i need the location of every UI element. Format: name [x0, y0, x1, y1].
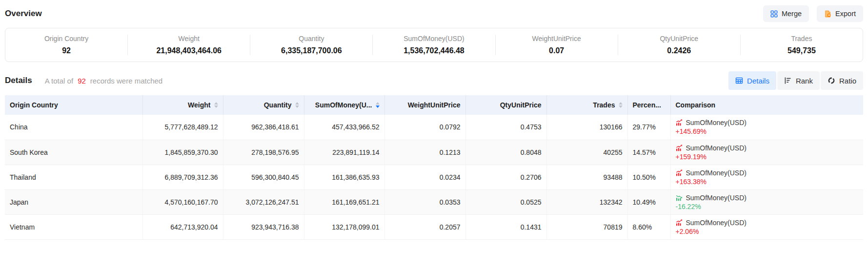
sort-icons[interactable]	[619, 102, 623, 108]
sort-desc-icon[interactable]	[295, 105, 299, 108]
page-title: Overview	[5, 9, 42, 19]
table-body: China5,777,628,489.12962,386,418.61457,4…	[5, 115, 863, 239]
sort-desc-icon[interactable]	[214, 105, 218, 108]
cell-comparison: SumOfMoney(USD)-16.22%	[670, 189, 863, 214]
merge-button[interactable]: Merge	[763, 5, 809, 22]
table-header-row: Origin CountryWeightQuantitySumOfMoney(U…	[5, 95, 863, 115]
view-tab-label: Details	[747, 77, 769, 85]
overview-page: Overview Merge	[0, 0, 868, 240]
stat-weight: Weight21,948,403,464.06	[128, 35, 250, 55]
column-header-weight[interactable]: Weight	[142, 95, 223, 115]
summary-suffix: records were matched	[90, 77, 162, 85]
column-header-qtyunitprice: QtyUnitPrice	[465, 95, 546, 115]
comparison-metric: SumOfMoney(USD)	[686, 169, 747, 176]
sort-icons[interactable]	[295, 102, 299, 108]
stat-qtyunitprice: QtyUnitPrice0.2426	[618, 35, 741, 55]
column-header-origin-country: Origin Country	[5, 95, 142, 115]
table-row-china: China5,777,628,489.12962,386,418.61457,4…	[5, 115, 863, 140]
view-toggle-group: DetailsRankRatio	[728, 71, 863, 90]
comparison-cell: SumOfMoney(USD)+159.19%	[676, 145, 859, 160]
trend-up-icon	[676, 169, 683, 176]
cell-weight-unit-price: 0.1213	[384, 140, 465, 165]
cell-weight: 642,713,920.04	[142, 214, 223, 239]
stat-value: 0.07	[549, 46, 564, 55]
cell-quantity: 923,943,716.38	[223, 214, 304, 239]
cell-percentage: 8.60%	[627, 214, 670, 239]
cell-percentage: 10.50%	[627, 165, 670, 189]
column-label: QtyUnitPrice	[500, 101, 542, 109]
table-row-vietnam: Vietnam642,713,920.04923,943,716.38132,1…	[5, 214, 863, 239]
export-button[interactable]: Export	[817, 5, 863, 22]
cell-quantity: 278,198,576.95	[223, 140, 304, 165]
cell-comparison: SumOfMoney(USD)+163.38%	[670, 165, 863, 189]
view-tab-rank[interactable]: Rank	[777, 71, 820, 90]
cell-qty-unit-price: 0.4753	[465, 115, 546, 140]
stat-label: WeightUnitPrice	[532, 35, 581, 42]
stat-label: Trades	[791, 35, 812, 42]
column-header-sumofmoney-u[interactable]: SumOfMoney(U...	[304, 95, 384, 115]
sort-asc-icon[interactable]	[376, 102, 380, 105]
column-label: Quantity	[264, 101, 292, 109]
stat-value: 92	[62, 46, 71, 55]
cell-weight: 5,777,628,489.12	[142, 115, 223, 140]
column-label: Percen...	[633, 101, 661, 109]
comparison-cell: SumOfMoney(USD)+145.69%	[676, 119, 859, 135]
stat-origin-country: Origin Country92	[5, 35, 128, 55]
column-header-percen: Percen...	[627, 95, 670, 115]
column-header-trades[interactable]: Trades	[546, 95, 627, 115]
rank-bars-icon	[784, 77, 792, 84]
stat-value: 0.2426	[667, 46, 691, 55]
sort-desc-icon[interactable]	[376, 105, 380, 108]
view-tab-ratio[interactable]: Ratio	[821, 71, 863, 90]
cell-trades: 130166	[546, 115, 627, 140]
cell-weight: 6,889,709,312.36	[142, 165, 223, 189]
overview-stats-card: Origin Country92Weight21,948,403,464.06Q…	[5, 28, 863, 62]
table-row-south-korea: South Korea1,845,859,370.30278,198,576.9…	[5, 140, 863, 165]
cell-percentage: 14.57%	[627, 140, 670, 165]
view-tab-details[interactable]: Details	[728, 71, 776, 90]
comparison-change: -16.22%	[676, 203, 859, 210]
record-count: 92	[78, 77, 86, 85]
merge-icon	[770, 10, 778, 18]
column-label: WeightUnitPrice	[408, 101, 461, 109]
table-row-thailand: Thailand6,889,709,312.36596,300,840.4516…	[5, 165, 863, 189]
column-label: Origin Country	[10, 101, 58, 109]
cell-comparison: SumOfMoney(USD)+159.19%	[670, 140, 863, 165]
column-header-quantity[interactable]: Quantity	[223, 95, 304, 115]
cell-qty-unit-price: 0.8048	[465, 140, 546, 165]
stat-trades: Trades549,735	[741, 35, 863, 55]
stat-value: 1,536,702,446.48	[404, 46, 464, 55]
cell-comparison: SumOfMoney(USD)+2.06%	[670, 214, 863, 239]
cell-origin-country: Thailand	[5, 165, 142, 189]
sort-asc-icon[interactable]	[214, 102, 218, 105]
top-bar: Overview Merge	[5, 0, 863, 26]
cell-sum-of-money: 457,433,966.52	[304, 115, 384, 140]
stat-value: 6,335,187,700.06	[281, 46, 342, 55]
trend-down-icon	[676, 194, 683, 201]
column-label: Weight	[188, 101, 210, 109]
sort-asc-icon[interactable]	[619, 102, 623, 105]
merge-button-label: Merge	[782, 10, 802, 18]
table-header: Origin CountryWeightQuantitySumOfMoney(U…	[5, 95, 863, 115]
cell-sum-of-money: 132,178,099.01	[304, 214, 384, 239]
cell-origin-country: Vietnam	[5, 214, 142, 239]
stat-value: 549,735	[787, 46, 816, 55]
comparison-metric: SumOfMoney(USD)	[686, 219, 747, 226]
cell-weight-unit-price: 0.0353	[384, 189, 465, 214]
cell-trades: 132342	[546, 189, 627, 214]
trend-up-icon	[676, 145, 683, 151]
trend-up-icon	[676, 119, 683, 126]
sort-icons[interactable]	[214, 102, 218, 108]
sort-asc-icon[interactable]	[295, 102, 299, 105]
sort-desc-icon[interactable]	[619, 105, 623, 108]
comparison-cell: SumOfMoney(USD)+2.06%	[676, 219, 859, 235]
view-tab-label: Ratio	[839, 77, 856, 85]
sort-icons[interactable]	[376, 102, 380, 108]
ratio-donut-icon	[828, 77, 835, 84]
stat-weightunitprice: WeightUnitPrice0.07	[496, 35, 618, 55]
cell-trades: 40255	[546, 140, 627, 165]
cell-weight-unit-price: 0.0792	[384, 115, 465, 140]
cell-origin-country: China	[5, 115, 142, 140]
comparison-cell: SumOfMoney(USD)+163.38%	[676, 169, 859, 185]
view-tab-label: Rank	[796, 77, 813, 85]
